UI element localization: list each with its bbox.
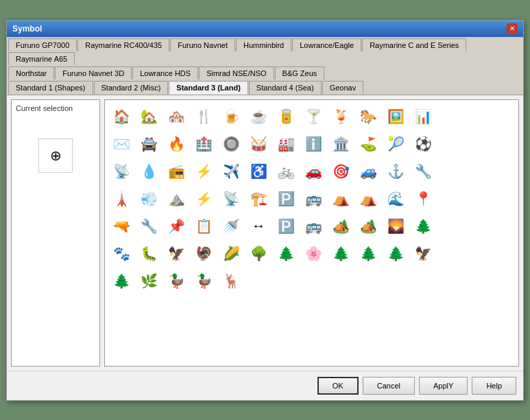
close-button[interactable]: ✕ xyxy=(507,23,518,34)
symbol-cell[interactable]: 🍴 xyxy=(190,103,217,130)
tab-northstar[interactable]: Northstar xyxy=(8,66,54,79)
tab-raymarine-rc400/435[interactable]: Raymarine RC400/435 xyxy=(77,38,169,51)
tab-standard-3-(land)[interactable]: Standard 3 (Land) xyxy=(169,81,248,95)
symbol-cell[interactable]: ⚡ xyxy=(190,185,217,212)
symbol-cell[interactable]: 🎯 xyxy=(327,158,354,185)
symbol-cell[interactable]: 🔥 xyxy=(162,130,190,158)
symbol-cell[interactable]: 🌲 xyxy=(354,240,382,267)
symbol-cell[interactable]: 🗼 xyxy=(108,185,135,212)
symbol-cell[interactable]: 🔘 xyxy=(217,130,245,158)
help-button[interactable]: Help xyxy=(472,377,516,395)
tab-raymarine-a65[interactable]: Raymarine A65 xyxy=(8,52,75,65)
tab-b&g-zeus[interactable]: B&G Zeus xyxy=(275,66,325,79)
symbol-cell[interactable]: 🌲 xyxy=(382,240,409,267)
tab-furuno-navnet-3d[interactable]: Furuno Navnet 3D xyxy=(55,66,132,79)
symbol-cell[interactable]: 🦌 xyxy=(217,267,245,295)
symbol-cell[interactable]: ⚡ xyxy=(190,158,217,185)
symbol-cell[interactable]: 🌸 xyxy=(300,240,327,267)
tab-humminbird[interactable]: Humminbird xyxy=(236,38,291,51)
tab-lowrance/eagle[interactable]: Lowrance/Eagle xyxy=(292,38,361,51)
symbol-cell[interactable]: 🥫 xyxy=(272,103,300,130)
symbol-cell[interactable]: 💧 xyxy=(135,158,162,185)
tab-furuno-gp7000[interactable]: Furuno GP7000 xyxy=(8,38,77,51)
symbol-cell[interactable]: ↔️ xyxy=(245,212,272,240)
symbol-cell[interactable]: 🚌 xyxy=(300,185,327,212)
symbol-cell[interactable]: 🔧 xyxy=(409,158,437,185)
symbol-cell[interactable]: 🐾 xyxy=(108,240,135,267)
symbol-cell[interactable]: 🏕️ xyxy=(327,212,354,240)
symbol-cell[interactable]: 🖼️ xyxy=(382,103,409,130)
tab-furuno-navnet[interactable]: Furuno Navnet xyxy=(170,38,235,51)
symbol-cell[interactable]: 📋 xyxy=(190,212,217,240)
symbol-cell[interactable]: 🌿 xyxy=(135,267,162,295)
symbol-cell[interactable]: 🌲 xyxy=(327,240,354,267)
symbol-cell[interactable]: ⛳ xyxy=(354,130,382,158)
symbol-cell[interactable]: 🎾 xyxy=(382,130,409,158)
symbol-cell[interactable]: 🅿️ xyxy=(272,212,300,240)
tab-standard-2-(misc)[interactable]: Standard 2 (Misc) xyxy=(94,81,169,95)
symbol-cell[interactable]: ⚽ xyxy=(409,130,437,158)
symbol-cell[interactable]: ℹ️ xyxy=(300,130,327,158)
symbol-cell[interactable]: 🏛️ xyxy=(327,130,354,158)
symbol-cell[interactable]: 🌲 xyxy=(108,267,135,295)
apply-button[interactable]: ApplY xyxy=(419,377,468,395)
symbol-cell[interactable]: 🔫 xyxy=(108,212,135,240)
symbol-cell[interactable]: 📍 xyxy=(409,185,437,212)
symbol-cell[interactable]: 🦃 xyxy=(190,240,217,267)
symbol-cell[interactable]: 🏗️ xyxy=(245,185,272,212)
symbol-cell[interactable]: 🦆 xyxy=(190,267,217,295)
symbol-cell[interactable]: ✉️ xyxy=(108,130,135,158)
symbol-cell[interactable]: 📻 xyxy=(162,158,190,185)
symbol-cell[interactable]: 📡 xyxy=(108,158,135,185)
tab-standard-4-(sea)[interactable]: Standard 4 (Sea) xyxy=(249,81,322,95)
symbol-cell[interactable]: 🌲 xyxy=(272,240,300,267)
symbol-cell[interactable]: 🥁 xyxy=(245,130,272,158)
symbol-cell[interactable]: 🍹 xyxy=(327,103,354,130)
symbol-cell[interactable]: 🚿 xyxy=(217,212,245,240)
symbol-cell[interactable]: 🏡 xyxy=(135,103,162,130)
symbol-cell[interactable]: ⛰️ xyxy=(162,185,190,212)
symbol-cell[interactable]: ✈️ xyxy=(217,158,245,185)
symbol-cell[interactable]: ⛺ xyxy=(327,185,354,212)
symbol-cell[interactable]: 📌 xyxy=(162,212,190,240)
symbol-cell[interactable]: 📊 xyxy=(409,103,437,130)
symbol-cell[interactable]: 🌲 xyxy=(409,212,437,240)
symbol-cell[interactable]: 🌄 xyxy=(382,212,409,240)
tab-standard-1-(shapes)[interactable]: Standard 1 (Shapes) xyxy=(8,81,93,95)
symbol-cell[interactable]: 🍸 xyxy=(300,103,327,130)
symbol-cell[interactable]: 🌊 xyxy=(382,185,409,212)
symbol-cell[interactable]: 🦆 xyxy=(162,267,190,295)
symbol-cell[interactable]: 🏘️ xyxy=(162,103,190,130)
cancel-button[interactable]: Cancel xyxy=(363,377,415,395)
symbol-cell[interactable]: 🅿️ xyxy=(272,185,300,212)
symbol-cell[interactable]: 🔧 xyxy=(135,212,162,240)
symbol-cell[interactable]: 💨 xyxy=(135,185,162,212)
tab-simrad-nse/nso[interactable]: Simrad NSE/NSO xyxy=(199,66,274,79)
symbol-cell[interactable]: 🚔 xyxy=(135,130,162,158)
symbol-cell[interactable]: 🦅 xyxy=(409,240,437,267)
symbol-cell[interactable]: 🌽 xyxy=(217,240,245,267)
symbol-cell[interactable]: 📡 xyxy=(217,185,245,212)
symbol-cell[interactable]: 🚗 xyxy=(300,158,327,185)
symbol-cell[interactable]: 🌳 xyxy=(245,240,272,267)
tab-lowrance-hds[interactable]: Lowrance HDS xyxy=(132,66,198,79)
symbol-cell[interactable]: 🏠 xyxy=(108,103,135,130)
symbol-cell[interactable]: 🏭 xyxy=(272,130,300,158)
symbol-cell[interactable]: 🏕️ xyxy=(354,212,382,240)
ok-button[interactable]: OK xyxy=(317,377,359,395)
symbols-grid[interactable]: 🏠🏡🏘️🍴🍺☕🥫🍸🍹🐎🖼️📊✉️🚔🔥🏥🔘🥁🏭ℹ️🏛️⛳🎾⚽📡💧📻⚡✈️♿🚲🚗🎯🚙… xyxy=(104,99,519,367)
symbol-cell[interactable]: ☕ xyxy=(245,103,272,130)
symbol-cell[interactable]: 🦅 xyxy=(162,240,190,267)
symbol-cell[interactable]: 🚲 xyxy=(272,158,300,185)
symbol-cell[interactable]: ⚓ xyxy=(382,158,409,185)
tab-geonav[interactable]: Geonav xyxy=(322,81,364,95)
symbol-cell[interactable]: 🚙 xyxy=(354,158,382,185)
tab-raymarine-c-and-e-series[interactable]: Raymarine C and E Series xyxy=(362,38,466,51)
symbol-cell[interactable]: ⛺ xyxy=(354,185,382,212)
symbol-cell[interactable]: 🏥 xyxy=(190,130,217,158)
symbol-cell[interactable]: 🚌 xyxy=(300,212,327,240)
symbol-cell[interactable]: 🐛 xyxy=(135,240,162,267)
symbol-cell[interactable]: 🐎 xyxy=(354,103,382,130)
symbol-cell[interactable]: 🍺 xyxy=(217,103,245,130)
symbol-cell[interactable]: ♿ xyxy=(245,158,272,185)
